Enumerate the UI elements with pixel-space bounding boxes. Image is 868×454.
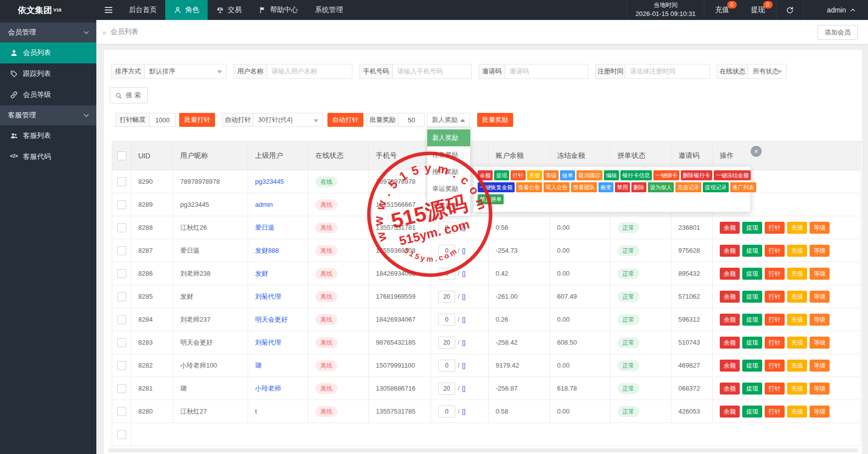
panel-action-button[interactable]: 等级 [544,170,559,180]
plan-edit-link[interactable]: [] [462,339,466,346]
row-action-3-button[interactable]: 打针 [765,245,785,257]
parent-user-link[interactable]: 明天会更好 [255,316,288,323]
panel-action-button[interactable]: 禁止拼单 [478,194,504,204]
panel-action-button[interactable]: 查看团队 [571,182,597,192]
panel-action-button[interactable]: 设为假人 [648,182,674,192]
row-action-2-button[interactable]: 提现 [742,314,762,326]
row-action-5-button[interactable]: 等级 [810,360,830,372]
row-action-2-button[interactable]: 提现 [742,222,762,234]
plan-edit-link[interactable]: [] [462,385,466,392]
sidebar-item-1-3[interactable]: 会员等级 [0,84,96,105]
row-action-3-button[interactable]: 打针 [765,268,785,280]
row-action-5-button[interactable]: 等级 [810,245,830,257]
top-nav-item-1[interactable]: 后台首页 [120,0,165,20]
panel-action-button[interactable]: 充值 [527,170,542,180]
user-menu[interactable]: admin [803,0,868,20]
row-action-1-button[interactable]: 余额 [720,291,740,303]
parent-user-link[interactable]: t [255,408,257,415]
panel-action-button[interactable]: 打针 [511,170,526,180]
row-action-3-button[interactable]: 打针 [765,406,785,418]
row-action-4-button[interactable]: 充值 [787,406,807,418]
top-nav-item-2[interactable]: 角色 [165,0,208,20]
row-action-2-button[interactable]: 提现 [742,268,762,280]
row-action-2-button[interactable]: 提现 [742,383,762,395]
sidebar-item-1-1[interactable]: 会员列表 [0,42,96,63]
parent-user-link[interactable]: 璐 [255,362,262,369]
sidebar-group-1[interactable]: 会员管理 [0,22,96,42]
row-action-3-button[interactable]: 打针 [765,337,785,349]
panel-action-button[interactable]: 编辑 [604,170,619,180]
row-action-5-button[interactable]: 等级 [810,222,830,234]
top-nav-item-4[interactable]: 帮助中心 [250,0,306,20]
row-action-2-button[interactable]: 提现 [742,337,762,349]
batch-reward-button[interactable]: 批量奖励 [477,113,513,127]
filter-input[interactable]: 请输入用户名称 [267,64,352,79]
row-action-1-button[interactable]: 余额 [720,222,740,234]
parent-user-link[interactable]: pg323445 [255,178,284,185]
reward-option-2[interactable]: 任务奖励 [427,146,470,163]
filter-select[interactable]: 默认排序 [144,64,227,79]
plan-edit-link[interactable]: [] [462,270,466,277]
filter-input[interactable]: 邀请码 [505,64,588,79]
parent-user-link[interactable]: 发财 [255,270,268,277]
panel-action-button[interactable]: 银行卡信息 [620,170,652,180]
parent-user-link[interactable]: 刘菊代理 [255,339,281,346]
panel-action-button[interactable]: 提现 [494,170,509,180]
parent-user-link[interactable]: 爱日逼 [255,224,275,231]
panel-action-button[interactable]: 删除 [631,182,646,192]
filter-select[interactable]: 所有状态 [748,64,787,79]
panel-action-button[interactable]: 删除银行卡 [681,170,712,180]
row-action-3-button[interactable]: 打针 [765,291,785,303]
filter-input[interactable]: 请选择注册时间 [625,64,710,79]
row-action-1-button[interactable]: 余额 [720,268,740,280]
refresh-button[interactable] [776,0,803,20]
plan-input[interactable]: 0 [438,360,455,372]
sidebar-item-2-1[interactable]: 客服列表 [0,125,96,146]
row-checkbox[interactable] [117,315,126,324]
search-button[interactable]: 搜索 [110,87,148,103]
row-action-2-button[interactable]: 提现 [742,406,762,418]
row-action-4-button[interactable]: 充值 [787,360,807,372]
row-action-5-button[interactable]: 等级 [810,383,830,395]
plan-input[interactable]: 20 [438,337,455,349]
row-checkbox[interactable] [117,338,126,347]
menu-toggle-icon[interactable] [96,0,120,20]
plan-edit-link[interactable]: [] [462,247,466,254]
row-action-3-button[interactable]: 打针 [765,383,785,395]
plan-input[interactable]: 0 [438,222,455,234]
row-action-3-button[interactable]: 打针 [765,314,785,326]
row-action-1-button[interactable]: 余额 [720,245,740,257]
panel-action-button[interactable]: 推广列表 [730,182,756,192]
plan-input[interactable]: 0 [438,245,455,257]
close-icon[interactable]: × [751,146,762,157]
row-action-1-button[interactable]: 余额 [720,314,740,326]
row-action-4-button[interactable]: 充值 [787,314,807,326]
reward-option-3[interactable]: 推广奖励 [427,163,470,180]
row-action-1-button[interactable]: 余额 [720,383,740,395]
row-checkbox[interactable] [117,292,126,301]
plan-input[interactable]: 20 [438,383,455,395]
row-action-4-button[interactable]: 充值 [787,222,807,234]
row-action-3-button[interactable]: 打针 [765,360,785,372]
row-action-2-button[interactable]: 提现 [742,291,762,303]
panel-action-button[interactable]: 提现记录 [703,182,729,192]
plan-edit-link[interactable]: [] [462,316,466,323]
sidebar-group-2[interactable]: 客服管理 [0,105,96,125]
plan-edit-link[interactable]: [] [462,293,466,300]
row-action-5-button[interactable]: 等级 [810,291,830,303]
row-action-1-button[interactable]: 余额 [720,406,740,418]
panel-action-button[interactable]: 余额 [478,170,493,180]
horizontal-scrollbar[interactable] [108,449,858,453]
row-checkbox[interactable] [117,200,126,209]
panel-action-button[interactable]: 查看公告 [516,182,542,192]
batch-reward-input[interactable]: 50 [398,113,425,127]
reward-option-1[interactable]: 新人奖励 [427,129,470,146]
panel-action-button[interactable]: 一键冻结金额 [714,170,751,180]
row-action-5-button[interactable]: 等级 [810,314,830,326]
panel-action-button[interactable]: 一键绑卡 [653,170,679,180]
top-nav-item-5[interactable]: 系统管理 [306,0,351,20]
select-all-checkbox[interactable] [117,151,126,160]
panel-action-button[interactable]: 一键恢复金额 [478,182,515,192]
row-action-5-button[interactable]: 等级 [810,268,830,280]
row-checkbox[interactable] [117,246,126,255]
